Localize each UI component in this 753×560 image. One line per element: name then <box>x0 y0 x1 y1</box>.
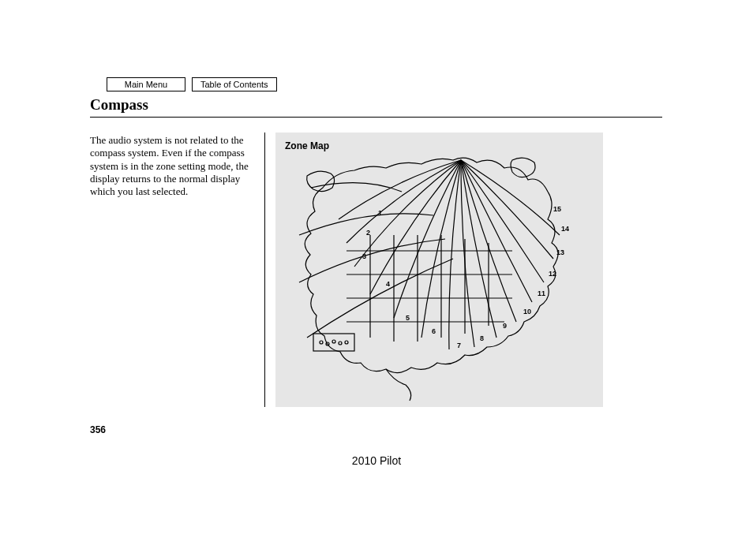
nav-button-row: Main Menu Table of Contents <box>107 77 277 91</box>
zone-label-14: 14 <box>561 225 569 233</box>
svg-point-4 <box>339 342 342 345</box>
zone-label-6: 6 <box>432 327 436 335</box>
footer-model-year: 2010 Pilot <box>0 454 753 467</box>
page-number: 356 <box>90 424 106 435</box>
column-divider <box>264 133 265 407</box>
table-of-contents-button[interactable]: Table of Contents <box>192 77 277 91</box>
zone-map-svg: 1 2 3 4 5 6 7 8 9 10 11 12 13 14 15 <box>275 133 603 407</box>
body-paragraph: The audio system is not related to the c… <box>90 134 260 198</box>
zone-label-5: 5 <box>406 314 410 322</box>
zone-label-7: 7 <box>457 342 461 349</box>
zone-label-15: 15 <box>553 205 561 213</box>
title-underline <box>90 117 662 118</box>
zone-label-1: 1 <box>378 209 382 217</box>
zone-label-3: 3 <box>362 252 366 260</box>
zone-label-10: 10 <box>523 308 531 315</box>
zone-label-2: 2 <box>366 229 370 237</box>
zone-label-12: 12 <box>549 270 556 278</box>
zone-label-13: 13 <box>556 248 564 256</box>
main-menu-button[interactable]: Main Menu <box>107 77 185 91</box>
zone-label-4: 4 <box>386 280 390 288</box>
zone-label-8: 8 <box>480 334 484 342</box>
svg-point-1 <box>320 341 323 344</box>
zone-label-9: 9 <box>503 322 507 330</box>
section-title: Compass <box>90 96 662 115</box>
svg-point-3 <box>332 340 335 343</box>
svg-point-5 <box>345 341 348 344</box>
zone-map-figure: Zone Map <box>275 133 603 407</box>
section-header: Compass <box>90 96 662 118</box>
manual-page: Main Menu Table of Contents Compass The … <box>0 0 753 560</box>
zone-label-11: 11 <box>538 289 545 297</box>
